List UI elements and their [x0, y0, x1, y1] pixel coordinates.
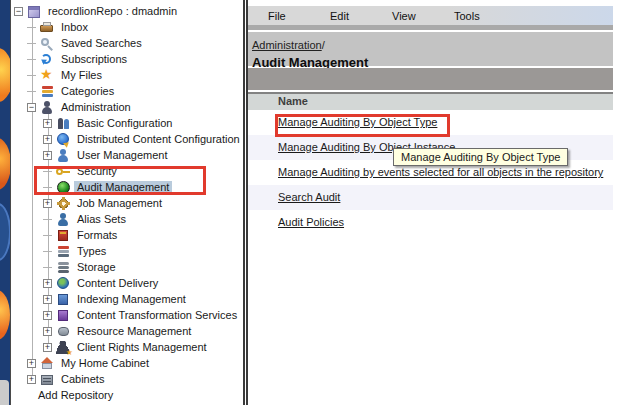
tree-item-label[interactable]: Basic Configuration: [74, 117, 175, 129]
background-orange-blob: [0, 138, 10, 190]
menu-item[interactable]: File: [268, 10, 330, 22]
background-orange-blob: [0, 48, 10, 102]
annotation-box-audit-management: [34, 166, 206, 195]
menu-item[interactable]: View: [392, 10, 454, 22]
tree-item-label[interactable]: Content Delivery: [74, 277, 161, 289]
menu-item[interactable]: Edit: [330, 10, 392, 22]
tree-item[interactable]: Formats: [11, 227, 243, 243]
tree-item-label[interactable]: Storage: [74, 261, 119, 273]
audit-link[interactable]: Audit Policies: [278, 216, 344, 228]
background-gray-corner: [0, 380, 9, 405]
person-blue-icon: [56, 149, 71, 162]
tree-item-label[interactable]: My Home Cabinet: [58, 357, 152, 369]
tree-item[interactable]: Alias Sets: [11, 211, 243, 227]
toolbar-band: [248, 68, 613, 90]
expander-icon[interactable]: +: [27, 375, 36, 384]
tree-item-label[interactable]: Client Rights Management: [74, 341, 210, 353]
tree-item-label[interactable]: User Management: [74, 149, 171, 161]
tree-connector: [43, 247, 52, 256]
expander-icon[interactable]: +: [43, 151, 52, 160]
tree-item-label[interactable]: Subscriptions: [58, 53, 130, 65]
tree-item-label[interactable]: Inbox: [58, 21, 91, 33]
expander-icon[interactable]: +: [43, 295, 52, 304]
background-window-strip: [0, 0, 10, 405]
panel-divider[interactable]: [243, 0, 248, 405]
tree-item[interactable]: − recordlionRepo : dmadmin: [11, 3, 243, 19]
tree-item[interactable]: + Cabinets: [11, 371, 243, 387]
tree-item-label[interactable]: Job Management: [74, 197, 165, 209]
stacked-disks-icon: [56, 261, 71, 274]
tree-item-label[interactable]: Content Transformation Services: [74, 309, 240, 321]
tree-item[interactable]: Storage: [11, 259, 243, 275]
list-header-name[interactable]: Name: [248, 92, 613, 110]
list-row[interactable]: Audit Policies: [248, 210, 613, 235]
tree-item-label[interactable]: recordlionRepo : dmadmin: [45, 5, 180, 17]
tree-item[interactable]: My Files: [11, 67, 243, 83]
tree-item-label[interactable]: Types: [74, 245, 109, 257]
tree-item-label[interactable]: Saved Searches: [58, 37, 145, 49]
tree-item-label[interactable]: Formats: [74, 229, 120, 241]
tree-connector: [43, 215, 52, 224]
purple-box-icon: [56, 309, 71, 322]
tree-item[interactable]: Add Repository: [11, 387, 243, 403]
tree-item[interactable]: + My Home Cabinet: [11, 355, 243, 371]
tree-item[interactable]: + Content Transformation Services: [11, 307, 243, 323]
tree-rows: − recordlionRepo : dmadmin Inbox Saved S…: [11, 3, 243, 403]
breadcrumb-link-administration[interactable]: Administration: [252, 39, 322, 51]
tree-item[interactable]: + User Management: [11, 147, 243, 163]
tree-item[interactable]: + Resource Management: [11, 323, 243, 339]
tree-item[interactable]: + Basic Configuration: [11, 115, 243, 131]
expander-icon[interactable]: −: [14, 7, 23, 16]
person-dark-icon: [40, 101, 55, 114]
tooltip: Manage Auditing By Object Type: [393, 148, 568, 166]
expander-icon[interactable]: +: [43, 199, 52, 208]
audit-link[interactable]: Manage Auditing by events selected for a…: [278, 166, 603, 178]
blue-box-icon: [56, 293, 71, 306]
tree-item[interactable]: + Client Rights Management: [11, 339, 243, 355]
tree-item[interactable]: + Content Delivery: [11, 275, 243, 291]
tree-connector: [27, 39, 36, 48]
gear-icon: [56, 197, 71, 210]
tree-item-label[interactable]: Alias Sets: [74, 213, 129, 225]
expander-icon[interactable]: +: [43, 327, 52, 336]
tree-item[interactable]: Categories: [11, 83, 243, 99]
background-orange-blob: [0, 290, 10, 340]
inbox-tray-icon: [40, 21, 55, 34]
expander-icon[interactable]: −: [27, 103, 36, 112]
star-icon: [40, 69, 55, 82]
tree-item[interactable]: + Indexing Management: [11, 291, 243, 307]
expander-icon[interactable]: +: [43, 311, 52, 320]
tree-item-label[interactable]: Categories: [58, 85, 117, 97]
magnifier-icon: [40, 37, 55, 50]
repository-tree-panel: − recordlionRepo : dmadmin Inbox Saved S…: [10, 0, 243, 405]
tree-item[interactable]: − Administration: [11, 99, 243, 115]
tree-item[interactable]: Saved Searches: [11, 35, 243, 51]
two-people-icon: [56, 117, 71, 130]
tree-item-label[interactable]: Add Repository: [35, 389, 116, 401]
red-book-icon: [56, 229, 71, 242]
tree-item-label[interactable]: Resource Management: [74, 325, 194, 337]
tree-item[interactable]: + Distributed Content Configuration: [11, 131, 243, 147]
tree-item-label[interactable]: Indexing Management: [74, 293, 189, 305]
audit-link[interactable]: Search Audit: [278, 191, 340, 203]
tree-item[interactable]: + Job Management: [11, 195, 243, 211]
tree-item-label[interactable]: Administration: [58, 101, 134, 113]
tree-item-label[interactable]: Distributed Content Configuration: [74, 133, 243, 145]
tree-connector: [27, 55, 36, 64]
globe-icon: [56, 277, 71, 290]
expander-icon[interactable]: +: [43, 135, 52, 144]
tree-item-label[interactable]: Cabinets: [58, 373, 107, 385]
annotation-box-manage-auditing: [275, 114, 450, 137]
tree-connector: [27, 87, 36, 96]
tree-item[interactable]: Subscriptions: [11, 51, 243, 67]
tree-item[interactable]: Inbox: [11, 19, 243, 35]
menu-item[interactable]: Tools: [454, 10, 516, 22]
tree-item-label[interactable]: My Files: [58, 69, 105, 81]
expander-icon[interactable]: +: [43, 119, 52, 128]
list-row[interactable]: Search Audit: [248, 185, 613, 210]
expander-icon[interactable]: +: [27, 359, 36, 368]
breadcrumb-separator: /: [322, 39, 325, 51]
tree-item[interactable]: Types: [11, 243, 243, 259]
expander-icon[interactable]: +: [43, 343, 52, 352]
expander-icon[interactable]: +: [43, 279, 52, 288]
